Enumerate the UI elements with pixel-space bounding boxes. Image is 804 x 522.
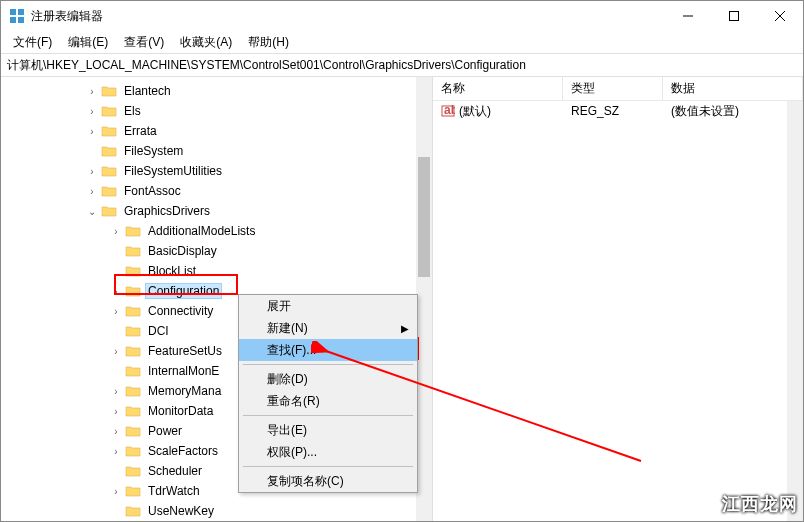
cm-separator xyxy=(243,415,413,416)
expander-closed-icon[interactable]: › xyxy=(85,184,99,198)
cm-copy-key[interactable]: 复制项名称(C) xyxy=(239,470,417,492)
tree-item-graphicsdrivers[interactable]: ⌄GraphicsDrivers xyxy=(1,201,432,221)
list-scrollbar[interactable] xyxy=(787,101,803,521)
expander-none xyxy=(109,504,123,518)
tree-item-filesystem[interactable]: FileSystem xyxy=(1,141,432,161)
tree-item-usenewkey[interactable]: UseNewKey xyxy=(1,501,432,521)
tree-item-els[interactable]: ›Els xyxy=(1,101,432,121)
tree-label: Power xyxy=(145,423,185,439)
tree-label: Configuration xyxy=(145,283,222,299)
expander-none xyxy=(85,144,99,158)
expander-none xyxy=(109,464,123,478)
expander-closed-icon[interactable]: › xyxy=(109,284,123,298)
menu-edit[interactable]: 编辑(E) xyxy=(60,32,116,53)
tree-label: Elantech xyxy=(121,83,174,99)
menu-view[interactable]: 查看(V) xyxy=(116,32,172,53)
menu-favorites[interactable]: 收藏夹(A) xyxy=(172,32,240,53)
tree-label: AdditionalModeLists xyxy=(145,223,258,239)
svg-rect-1 xyxy=(18,9,24,15)
expander-closed-icon[interactable]: › xyxy=(109,484,123,498)
context-menu: 展开 新建(N)▶ 查找(F)... 删除(D) 重命名(R) 导出(E) 权限… xyxy=(238,294,418,493)
list-pane: 名称 类型 数据 ab (默认) REG_SZ (数值未设置) xyxy=(433,77,803,521)
tree-label: BlockList xyxy=(145,263,199,279)
tree-scrollbar[interactable] xyxy=(416,77,432,521)
cm-separator xyxy=(243,364,413,365)
tree-label: InternalMonE xyxy=(145,363,222,379)
tree-label: Connectivity xyxy=(145,303,216,319)
cm-permissions[interactable]: 权限(P)... xyxy=(239,441,417,463)
menu-help[interactable]: 帮助(H) xyxy=(240,32,297,53)
tree-label: FileSystem xyxy=(121,143,186,159)
tree-item-errata[interactable]: ›Errata xyxy=(1,121,432,141)
expander-none xyxy=(109,324,123,338)
tree-item-filesystemutilities[interactable]: ›FileSystemUtilities xyxy=(1,161,432,181)
cm-separator xyxy=(243,466,413,467)
cm-find[interactable]: 查找(F)... xyxy=(239,339,417,361)
app-icon xyxy=(9,8,25,24)
tree-label: GraphicsDrivers xyxy=(121,203,213,219)
tree-label: Scheduler xyxy=(145,463,205,479)
expander-none xyxy=(109,244,123,258)
tree-label: MonitorData xyxy=(145,403,216,419)
titlebar: 注册表编辑器 xyxy=(1,1,803,31)
expander-closed-icon[interactable]: › xyxy=(85,84,99,98)
expander-closed-icon[interactable]: › xyxy=(85,164,99,178)
expander-none xyxy=(109,364,123,378)
tree-label: FeatureSetUs xyxy=(145,343,225,359)
window-title: 注册表编辑器 xyxy=(31,8,665,25)
list-row[interactable]: ab (默认) REG_SZ (数值未设置) xyxy=(433,101,803,121)
expander-closed-icon[interactable]: › xyxy=(85,124,99,138)
chevron-right-icon: ▶ xyxy=(401,323,409,334)
col-name[interactable]: 名称 xyxy=(433,77,563,100)
watermark: 江西龙网 xyxy=(722,492,798,516)
cm-new[interactable]: 新建(N)▶ xyxy=(239,317,417,339)
minimize-button[interactable] xyxy=(665,1,711,31)
tree-label: MemoryMana xyxy=(145,383,224,399)
scrollbar-thumb[interactable] xyxy=(418,157,430,277)
cm-delete[interactable]: 删除(D) xyxy=(239,368,417,390)
tree-label: FileSystemUtilities xyxy=(121,163,225,179)
expander-closed-icon[interactable]: › xyxy=(109,344,123,358)
expander-none xyxy=(109,264,123,278)
menu-file[interactable]: 文件(F) xyxy=(5,32,60,53)
svg-rect-2 xyxy=(10,17,16,23)
svg-rect-5 xyxy=(730,12,739,21)
cm-export[interactable]: 导出(E) xyxy=(239,419,417,441)
cell-data: (数值未设置) xyxy=(663,103,803,120)
svg-rect-0 xyxy=(10,9,16,15)
svg-rect-3 xyxy=(18,17,24,23)
svg-text:ab: ab xyxy=(444,104,455,117)
close-button[interactable] xyxy=(757,1,803,31)
tree-label: FontAssoc xyxy=(121,183,184,199)
cm-expand[interactable]: 展开 xyxy=(239,295,417,317)
tree-item-additionalmodelists[interactable]: ›AdditionalModeLists xyxy=(1,221,432,241)
tree-label: Els xyxy=(121,103,144,119)
col-data[interactable]: 数据 xyxy=(663,77,803,100)
cell-type: REG_SZ xyxy=(563,104,663,118)
tree-label: Errata xyxy=(121,123,160,139)
address-text: 计算机\HKEY_LOCAL_MACHINE\SYSTEM\ControlSet… xyxy=(7,57,526,74)
tree-label: DCI xyxy=(145,323,172,339)
tree-label: BasicDisplay xyxy=(145,243,220,259)
tree-label: ScaleFactors xyxy=(145,443,221,459)
maximize-button[interactable] xyxy=(711,1,757,31)
expander-closed-icon[interactable]: › xyxy=(109,424,123,438)
expander-open-icon[interactable]: ⌄ xyxy=(85,204,99,218)
addressbar[interactable]: 计算机\HKEY_LOCAL_MACHINE\SYSTEM\ControlSet… xyxy=(1,53,803,77)
tree-item-fontassoc[interactable]: ›FontAssoc xyxy=(1,181,432,201)
cm-rename[interactable]: 重命名(R) xyxy=(239,390,417,412)
tree-label: TdrWatch xyxy=(145,483,203,499)
expander-closed-icon[interactable]: › xyxy=(85,104,99,118)
tree-item-blocklist[interactable]: BlockList xyxy=(1,261,432,281)
expander-closed-icon[interactable]: › xyxy=(109,444,123,458)
tree-item-basicdisplay[interactable]: BasicDisplay xyxy=(1,241,432,261)
expander-closed-icon[interactable]: › xyxy=(109,384,123,398)
col-type[interactable]: 类型 xyxy=(563,77,663,100)
expander-closed-icon[interactable]: › xyxy=(109,224,123,238)
menubar: 文件(F) 编辑(E) 查看(V) 收藏夹(A) 帮助(H) xyxy=(1,31,803,53)
tree-item-elantech[interactable]: ›Elantech xyxy=(1,81,432,101)
string-value-icon: ab xyxy=(441,104,455,118)
expander-closed-icon[interactable]: › xyxy=(109,304,123,318)
expander-closed-icon[interactable]: › xyxy=(109,404,123,418)
cell-name: ab (默认) xyxy=(433,103,563,120)
